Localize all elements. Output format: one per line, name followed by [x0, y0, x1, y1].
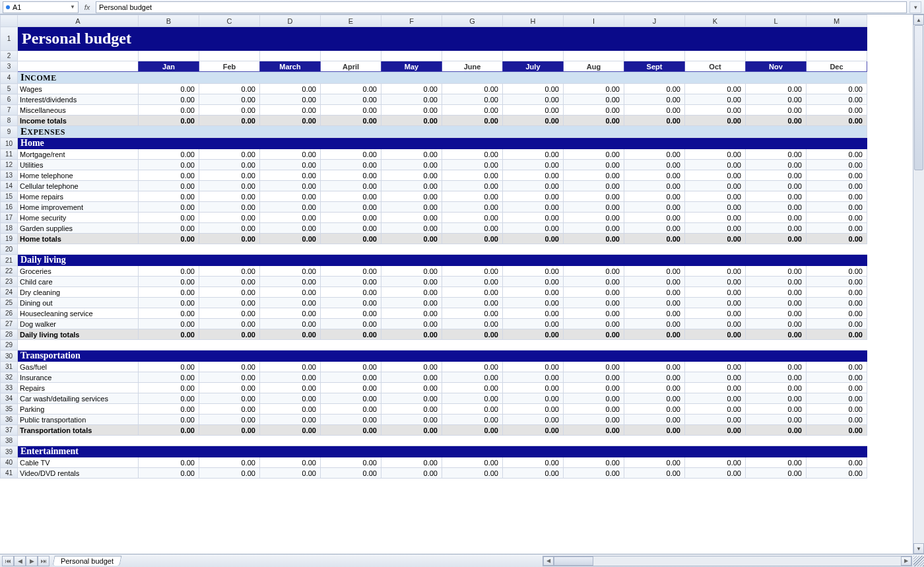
cell[interactable]: [564, 51, 624, 61]
value-cell[interactable]: 0.00: [807, 298, 867, 308]
value-cell[interactable]: 0.00: [746, 160, 807, 170]
value-cell[interactable]: 0.00: [685, 287, 746, 298]
row-header[interactable]: 8: [1, 116, 18, 126]
value-cell[interactable]: 0.00: [321, 181, 381, 191]
value-cell[interactable]: 0.00: [564, 94, 624, 105]
totals-cell[interactable]: 0.00: [139, 329, 199, 340]
value-cell[interactable]: 0.00: [685, 223, 746, 234]
value-cell[interactable]: 0.00: [442, 84, 503, 94]
value-cell[interactable]: 0.00: [260, 105, 321, 116]
totals-cell[interactable]: 0.00: [624, 329, 685, 340]
scroll-left-icon[interactable]: ◀: [543, 556, 554, 566]
value-cell[interactable]: 0.00: [807, 223, 867, 234]
totals-cell[interactable]: 0.00: [442, 234, 503, 244]
value-cell[interactable]: 0.00: [624, 319, 685, 329]
cell[interactable]: [624, 51, 685, 61]
value-cell[interactable]: 0.00: [381, 383, 442, 393]
row-header[interactable]: 30: [1, 350, 18, 362]
value-cell[interactable]: 0.00: [685, 277, 746, 287]
value-cell[interactable]: 0.00: [685, 308, 746, 319]
totals-cell[interactable]: 0.00: [260, 425, 321, 436]
value-cell[interactable]: 0.00: [199, 223, 260, 234]
column-header[interactable]: I: [564, 15, 624, 27]
value-cell[interactable]: 0.00: [139, 94, 199, 105]
value-cell[interactable]: 0.00: [503, 181, 564, 191]
value-cell[interactable]: 0.00: [381, 277, 442, 287]
value-cell[interactable]: 0.00: [199, 84, 260, 94]
value-cell[interactable]: 0.00: [381, 223, 442, 234]
value-cell[interactable]: 0.00: [503, 277, 564, 287]
value-cell[interactable]: 0.00: [139, 277, 199, 287]
value-cell[interactable]: 0.00: [260, 160, 321, 170]
tab-prev-icon[interactable]: ◀: [14, 556, 26, 566]
value-cell[interactable]: 0.00: [139, 468, 199, 479]
row-label[interactable]: Home security: [18, 213, 139, 223]
value-cell[interactable]: 0.00: [260, 362, 321, 372]
value-cell[interactable]: 0.00: [199, 191, 260, 202]
totals-cell[interactable]: 0.00: [564, 116, 624, 126]
totals-cell[interactable]: 0.00: [564, 329, 624, 340]
cell[interactable]: [381, 51, 442, 61]
row-header[interactable]: 41: [1, 468, 18, 479]
value-cell[interactable]: 0.00: [624, 213, 685, 223]
value-cell[interactable]: 0.00: [199, 298, 260, 308]
value-cell[interactable]: 0.00: [564, 468, 624, 479]
value-cell[interactable]: 0.00: [139, 105, 199, 116]
row-header[interactable]: 28: [1, 329, 18, 340]
spacer-row[interactable]: [18, 436, 867, 446]
row-label[interactable]: Repairs: [18, 383, 139, 393]
row-header[interactable]: 26: [1, 308, 18, 319]
value-cell[interactable]: 0.00: [139, 415, 199, 425]
scroll-down-icon[interactable]: ▼: [913, 543, 924, 554]
value-cell[interactable]: 0.00: [199, 372, 260, 383]
value-cell[interactable]: 0.00: [624, 468, 685, 479]
row-header[interactable]: 9: [1, 126, 18, 138]
value-cell[interactable]: 0.00: [503, 319, 564, 329]
value-cell[interactable]: 0.00: [746, 468, 807, 479]
value-cell[interactable]: 0.00: [746, 298, 807, 308]
row-header[interactable]: 5: [1, 84, 18, 94]
value-cell[interactable]: 0.00: [321, 287, 381, 298]
month-header[interactable]: Oct: [685, 61, 746, 72]
month-header[interactable]: April: [321, 61, 381, 72]
value-cell[interactable]: 0.00: [624, 160, 685, 170]
value-cell[interactable]: 0.00: [746, 149, 807, 160]
value-cell[interactable]: 0.00: [685, 181, 746, 191]
value-cell[interactable]: 0.00: [564, 277, 624, 287]
row-header[interactable]: 35: [1, 404, 18, 415]
totals-cell[interactable]: 0.00: [199, 425, 260, 436]
horizontal-scrollbar[interactable]: ◀ ▶: [543, 556, 912, 566]
totals-cell[interactable]: 0.00: [381, 116, 442, 126]
row-label[interactable]: Video/DVD rentals: [18, 468, 139, 479]
value-cell[interactable]: 0.00: [260, 213, 321, 223]
value-cell[interactable]: 0.00: [746, 84, 807, 94]
value-cell[interactable]: 0.00: [503, 298, 564, 308]
row-label[interactable]: Garden supplies: [18, 223, 139, 234]
value-cell[interactable]: 0.00: [139, 191, 199, 202]
row-header[interactable]: 3: [1, 61, 18, 72]
value-cell[interactable]: 0.00: [139, 362, 199, 372]
value-cell[interactable]: 0.00: [199, 213, 260, 223]
totals-cell[interactable]: 0.00: [685, 425, 746, 436]
tab-next-icon[interactable]: ▶: [26, 556, 38, 566]
column-header[interactable]: B: [139, 15, 199, 27]
value-cell[interactable]: 0.00: [685, 457, 746, 468]
value-cell[interactable]: 0.00: [260, 287, 321, 298]
value-cell[interactable]: 0.00: [564, 362, 624, 372]
value-cell[interactable]: 0.00: [624, 372, 685, 383]
row-header[interactable]: 34: [1, 393, 18, 404]
row-label[interactable]: Parking: [18, 404, 139, 415]
row-header[interactable]: 14: [1, 181, 18, 191]
totals-cell[interactable]: 0.00: [321, 329, 381, 340]
value-cell[interactable]: 0.00: [685, 404, 746, 415]
cell[interactable]: [321, 51, 381, 61]
value-cell[interactable]: 0.00: [381, 191, 442, 202]
value-cell[interactable]: 0.00: [685, 266, 746, 277]
value-cell[interactable]: 0.00: [624, 383, 685, 393]
value-cell[interactable]: 0.00: [746, 277, 807, 287]
resize-grip-icon[interactable]: [913, 556, 924, 566]
value-cell[interactable]: 0.00: [624, 298, 685, 308]
value-cell[interactable]: 0.00: [442, 223, 503, 234]
totals-cell[interactable]: 0.00: [260, 329, 321, 340]
value-cell[interactable]: 0.00: [624, 287, 685, 298]
